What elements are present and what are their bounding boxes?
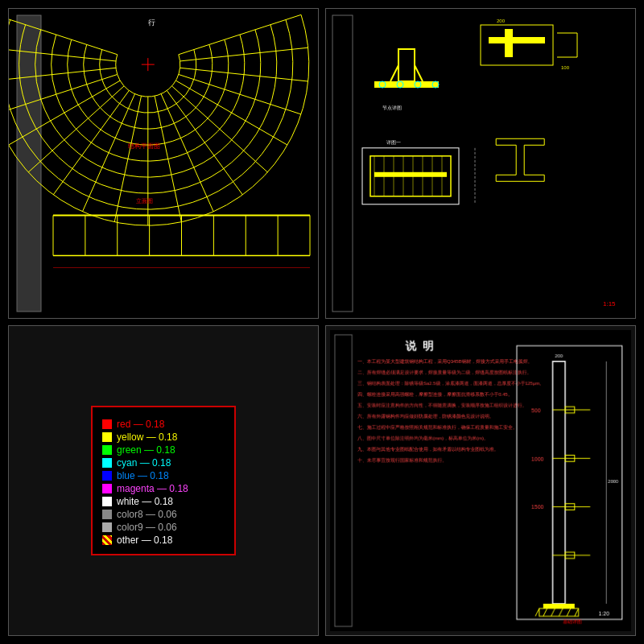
panel-top-right: [325, 8, 636, 319]
main-container: red — 0.18yellow — 0.18green — 0.18cyan …: [0, 0, 644, 644]
panel-top-left: [8, 8, 319, 319]
legend-item-red: red — 0.18: [102, 419, 225, 430]
legend-box: red — 0.18yellow — 0.18green — 0.18cyan …: [91, 406, 236, 555]
panel-bottom-left: red — 0.18yellow — 0.18green — 0.18cyan …: [8, 325, 319, 636]
legend-item-yellow: yellow — 0.18: [102, 431, 225, 443]
legend-item-white: white — 0.18: [102, 496, 225, 507]
legend-items: red — 0.18yellow — 0.18green — 0.18cyan …: [102, 419, 225, 546]
legend-item-blue: blue — 0.18: [102, 470, 225, 481]
cad-drawing-4: [330, 330, 631, 631]
legend-item-green: green — 0.18: [102, 444, 225, 456]
cad-drawing-2: [326, 9, 635, 318]
panel-bottom-right: [325, 325, 636, 636]
legend-item-magenta: magenta — 0.18: [102, 483, 225, 494]
legend-item-color8: color8 — 0.06: [102, 509, 225, 520]
legend-item-cyan: cyan — 0.18: [102, 457, 225, 469]
legend-item-color9: color9 — 0.06: [102, 522, 225, 533]
legend-item-other: other — 0.18: [102, 535, 225, 546]
cad-drawing-1: [9, 9, 318, 318]
